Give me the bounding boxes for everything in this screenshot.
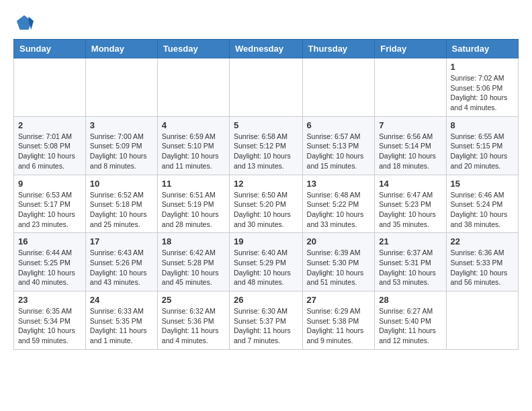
empty-cell <box>85 58 157 117</box>
svg-marker-1 <box>29 17 34 30</box>
col-header-thursday: Thursday <box>302 40 375 58</box>
day-info: Sunrise: 6:33 AM Sunset: 5:35 PM Dayligh… <box>90 306 153 346</box>
empty-cell <box>14 58 86 117</box>
day-cell-15: 15Sunrise: 6:46 AM Sunset: 5:24 PM Dayli… <box>446 175 518 233</box>
empty-cell <box>157 58 229 117</box>
day-info: Sunrise: 6:27 AM Sunset: 5:40 PM Dayligh… <box>379 306 441 346</box>
day-number: 8 <box>451 120 514 130</box>
week-row-2: 2Sunrise: 7:01 AM Sunset: 5:08 PM Daylig… <box>14 116 519 175</box>
day-info: Sunrise: 6:42 AM Sunset: 5:28 PM Dayligh… <box>162 248 225 287</box>
day-number: 12 <box>234 179 298 189</box>
day-info: Sunrise: 7:00 AM Sunset: 5:09 PM Dayligh… <box>90 132 153 171</box>
calendar: SundayMondayTuesdayWednesdayThursdayFrid… <box>13 39 519 350</box>
day-number: 14 <box>379 179 441 189</box>
col-header-tuesday: Tuesday <box>157 40 229 58</box>
day-info: Sunrise: 6:30 AM Sunset: 5:37 PM Dayligh… <box>234 306 298 346</box>
day-cell-2: 2Sunrise: 7:01 AM Sunset: 5:08 PM Daylig… <box>14 116 86 175</box>
week-row-3: 9Sunrise: 6:53 AM Sunset: 5:17 PM Daylig… <box>14 175 519 233</box>
day-info: Sunrise: 6:35 AM Sunset: 5:34 PM Dayligh… <box>18 306 81 346</box>
day-info: Sunrise: 6:43 AM Sunset: 5:26 PM Dayligh… <box>90 248 153 287</box>
week-row-4: 16Sunrise: 6:44 AM Sunset: 5:25 PM Dayli… <box>14 233 519 291</box>
day-info: Sunrise: 6:52 AM Sunset: 5:18 PM Dayligh… <box>90 190 153 230</box>
day-info: Sunrise: 6:57 AM Sunset: 5:13 PM Dayligh… <box>307 132 371 171</box>
day-number: 25 <box>162 295 225 305</box>
day-info: Sunrise: 6:48 AM Sunset: 5:22 PM Dayligh… <box>307 190 371 230</box>
day-number: 3 <box>90 120 153 130</box>
week-row-1: 1Sunrise: 7:02 AM Sunset: 5:06 PM Daylig… <box>14 58 519 117</box>
day-cell-7: 7Sunrise: 6:56 AM Sunset: 5:14 PM Daylig… <box>375 116 446 175</box>
day-info: Sunrise: 6:59 AM Sunset: 5:10 PM Dayligh… <box>162 132 225 171</box>
day-cell-1: 1Sunrise: 7:02 AM Sunset: 5:06 PM Daylig… <box>446 58 518 117</box>
day-cell-3: 3Sunrise: 7:00 AM Sunset: 5:09 PM Daylig… <box>85 116 157 175</box>
day-number: 28 <box>379 295 441 305</box>
day-number: 24 <box>90 295 153 305</box>
day-number: 4 <box>162 120 225 130</box>
day-cell-28: 28Sunrise: 6:27 AM Sunset: 5:40 PM Dayli… <box>375 291 446 350</box>
day-number: 6 <box>307 120 371 130</box>
col-header-sunday: Sunday <box>14 40 86 58</box>
day-info: Sunrise: 6:29 AM Sunset: 5:38 PM Dayligh… <box>307 306 371 346</box>
day-number: 10 <box>90 179 153 189</box>
logo <box>13 13 34 32</box>
day-number: 18 <box>162 236 225 246</box>
day-cell-20: 20Sunrise: 6:39 AM Sunset: 5:30 PM Dayli… <box>302 233 375 291</box>
day-info: Sunrise: 7:01 AM Sunset: 5:08 PM Dayligh… <box>18 132 81 171</box>
day-info: Sunrise: 6:36 AM Sunset: 5:33 PM Dayligh… <box>451 248 514 287</box>
empty-cell <box>446 291 518 350</box>
day-cell-12: 12Sunrise: 6:50 AM Sunset: 5:20 PM Dayli… <box>230 175 303 233</box>
day-info: Sunrise: 6:47 AM Sunset: 5:23 PM Dayligh… <box>379 190 441 230</box>
col-header-monday: Monday <box>85 40 157 58</box>
day-cell-24: 24Sunrise: 6:33 AM Sunset: 5:35 PM Dayli… <box>85 291 157 350</box>
day-cell-4: 4Sunrise: 6:59 AM Sunset: 5:10 PM Daylig… <box>157 116 229 175</box>
day-cell-9: 9Sunrise: 6:53 AM Sunset: 5:17 PM Daylig… <box>14 175 86 233</box>
day-info: Sunrise: 6:37 AM Sunset: 5:31 PM Dayligh… <box>379 248 441 287</box>
day-number: 23 <box>18 295 81 305</box>
day-info: Sunrise: 6:56 AM Sunset: 5:14 PM Dayligh… <box>379 132 441 171</box>
day-number: 22 <box>451 236 514 246</box>
day-number: 9 <box>18 179 81 189</box>
day-cell-14: 14Sunrise: 6:47 AM Sunset: 5:23 PM Dayli… <box>375 175 446 233</box>
day-number: 17 <box>90 236 153 246</box>
day-info: Sunrise: 6:40 AM Sunset: 5:29 PM Dayligh… <box>234 248 298 287</box>
day-cell-5: 5Sunrise: 6:58 AM Sunset: 5:12 PM Daylig… <box>230 116 303 175</box>
day-number: 15 <box>451 179 514 189</box>
day-number: 20 <box>307 236 371 246</box>
day-number: 2 <box>18 120 81 130</box>
day-cell-22: 22Sunrise: 6:36 AM Sunset: 5:33 PM Dayli… <box>446 233 518 291</box>
empty-cell <box>230 58 303 117</box>
day-cell-6: 6Sunrise: 6:57 AM Sunset: 5:13 PM Daylig… <box>302 116 375 175</box>
day-number: 7 <box>379 120 441 130</box>
day-number: 13 <box>307 179 371 189</box>
day-cell-10: 10Sunrise: 6:52 AM Sunset: 5:18 PM Dayli… <box>85 175 157 233</box>
col-header-friday: Friday <box>375 40 446 58</box>
empty-cell <box>375 58 446 117</box>
day-cell-27: 27Sunrise: 6:29 AM Sunset: 5:38 PM Dayli… <box>302 291 375 350</box>
day-cell-8: 8Sunrise: 6:55 AM Sunset: 5:15 PM Daylig… <box>446 116 518 175</box>
week-row-5: 23Sunrise: 6:35 AM Sunset: 5:34 PM Dayli… <box>14 291 519 350</box>
day-number: 11 <box>162 179 225 189</box>
day-cell-13: 13Sunrise: 6:48 AM Sunset: 5:22 PM Dayli… <box>302 175 375 233</box>
day-info: Sunrise: 6:46 AM Sunset: 5:24 PM Dayligh… <box>451 190 514 230</box>
day-cell-16: 16Sunrise: 6:44 AM Sunset: 5:25 PM Dayli… <box>14 233 86 291</box>
day-number: 19 <box>234 236 298 246</box>
day-info: Sunrise: 6:32 AM Sunset: 5:36 PM Dayligh… <box>162 306 225 346</box>
empty-cell <box>302 58 375 117</box>
day-cell-23: 23Sunrise: 6:35 AM Sunset: 5:34 PM Dayli… <box>14 291 86 350</box>
day-info: Sunrise: 6:55 AM Sunset: 5:15 PM Dayligh… <box>451 132 514 171</box>
day-cell-26: 26Sunrise: 6:30 AM Sunset: 5:37 PM Dayli… <box>230 291 303 350</box>
day-info: Sunrise: 6:51 AM Sunset: 5:19 PM Dayligh… <box>162 190 225 230</box>
logo-icon <box>15 13 34 32</box>
day-number: 1 <box>451 62 514 72</box>
day-info: Sunrise: 7:02 AM Sunset: 5:06 PM Dayligh… <box>451 73 514 113</box>
day-number: 21 <box>379 236 441 246</box>
day-info: Sunrise: 6:39 AM Sunset: 5:30 PM Dayligh… <box>307 248 371 287</box>
page-header <box>13 13 519 32</box>
col-header-saturday: Saturday <box>446 40 518 58</box>
day-number: 16 <box>18 236 81 246</box>
calendar-header: SundayMondayTuesdayWednesdayThursdayFrid… <box>14 40 519 58</box>
day-cell-21: 21Sunrise: 6:37 AM Sunset: 5:31 PM Dayli… <box>375 233 446 291</box>
col-header-wednesday: Wednesday <box>230 40 303 58</box>
day-number: 26 <box>234 295 298 305</box>
day-cell-17: 17Sunrise: 6:43 AM Sunset: 5:26 PM Dayli… <box>85 233 157 291</box>
day-number: 5 <box>234 120 298 130</box>
